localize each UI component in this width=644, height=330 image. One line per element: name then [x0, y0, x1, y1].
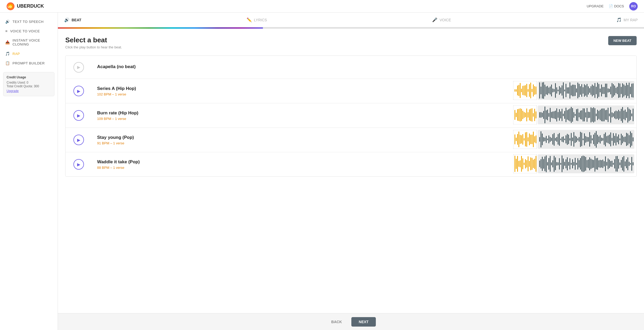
svg-rect-171 [614, 111, 615, 118]
svg-rect-250 [598, 136, 599, 142]
back-button[interactable]: BACK [326, 317, 347, 327]
svg-rect-299 [543, 159, 544, 169]
svg-rect-258 [609, 135, 610, 144]
docs-link[interactable]: 📄 DOCS [609, 4, 624, 8]
svg-rect-167 [609, 114, 610, 116]
play-button-stay-young[interactable]: ▶ [73, 135, 84, 145]
logo-icon: UD [6, 2, 15, 11]
svg-rect-161 [601, 109, 602, 121]
beat-row-series-a[interactable]: ▶ Series A (Hip Hop) 102 BPM – 1 verse [66, 79, 636, 103]
svg-rect-189 [516, 138, 517, 141]
step-lyrics[interactable]: ✏️ LYRICS [247, 17, 267, 22]
svg-rect-22 [536, 87, 536, 94]
svg-rect-73 [605, 84, 606, 97]
svg-rect-306 [552, 160, 553, 167]
svg-rect-123 [551, 112, 552, 118]
svg-rect-288 [526, 160, 527, 167]
svg-rect-356 [618, 159, 619, 169]
svg-rect-198 [528, 137, 528, 141]
svg-rect-40 [562, 85, 562, 95]
beat-row-acapella[interactable]: ▶ Acapella (no beat) [66, 56, 636, 79]
svg-rect-165 [606, 110, 607, 120]
svg-rect-350 [610, 161, 611, 167]
svg-rect-100 [518, 109, 519, 121]
svg-rect-164 [605, 110, 606, 120]
svg-rect-231 [573, 132, 574, 146]
sidebar-item-instant-voice-cloning[interactable]: 📥 INSTANT VOICE CLONING [0, 36, 58, 49]
svg-rect-230 [572, 138, 573, 141]
new-beat-button[interactable]: NEW BEAT [608, 36, 637, 45]
svg-rect-360 [623, 156, 624, 171]
svg-rect-75 [608, 88, 608, 93]
svg-rect-264 [617, 136, 618, 142]
svg-rect-114 [539, 112, 540, 118]
svg-rect-358 [621, 160, 622, 168]
svg-rect-223 [563, 136, 564, 143]
svg-rect-307 [554, 156, 555, 172]
svg-rect-156 [595, 108, 595, 122]
beat-name-series-a: Series A (Hip Hop) [97, 86, 505, 91]
step-my-rap[interactable]: 🎵 MY RAP [616, 17, 638, 22]
svg-rect-254 [604, 134, 605, 145]
play-button-burn-rate[interactable]: ▶ [73, 110, 84, 121]
content-area: Select a beat Click the play button to h… [58, 29, 644, 203]
svg-rect-46 [570, 82, 570, 98]
sidebar-item-text-to-speech[interactable]: 🔊 TEXT TO SPEECH [0, 17, 58, 26]
svg-rect-150 [587, 108, 587, 122]
svg-rect-236 [580, 132, 581, 147]
svg-rect-87 [623, 84, 624, 97]
svg-rect-117 [543, 111, 544, 119]
sidebar-upgrade-link[interactable]: Upgrade [7, 89, 51, 93]
svg-rect-52 [577, 83, 578, 98]
svg-rect-105 [525, 113, 526, 117]
upgrade-link[interactable]: UPGRADE [587, 4, 603, 8]
svg-rect-184 [631, 114, 632, 116]
sidebar-item-voice-to-voice[interactable]: ≡ VOICE TO VOICE [0, 26, 58, 36]
beat-row-waddle[interactable]: ▶ Waddle it take (Pop) 88 BPM – 1 verse [66, 152, 636, 176]
svg-rect-290 [529, 161, 530, 167]
svg-rect-181 [627, 107, 628, 123]
svg-rect-227 [568, 135, 569, 144]
play-button-waddle[interactable]: ▶ [73, 159, 84, 170]
svg-rect-16 [528, 89, 528, 92]
svg-rect-211 [547, 139, 548, 140]
svg-rect-303 [548, 158, 549, 170]
svg-rect-362 [626, 159, 627, 168]
svg-rect-322 [573, 162, 574, 166]
waveform-waddle [513, 154, 634, 173]
svg-rect-273 [629, 135, 630, 144]
svg-rect-11 [521, 89, 522, 92]
svg-rect-85 [621, 87, 622, 94]
avatar[interactable]: RO [629, 2, 638, 11]
sidebar-item-prompt-builder[interactable]: 📋 PROMPT BUILDER [0, 58, 58, 68]
svg-rect-155 [593, 107, 594, 123]
next-button[interactable]: NEXT [351, 317, 376, 327]
svg-rect-314 [563, 158, 564, 169]
svg-rect-269 [623, 137, 624, 142]
svg-rect-42 [564, 90, 565, 92]
beat-row-burn-rate[interactable]: ▶ Burn rate (Hip Hop) 109 BPM – 1 verse [66, 103, 636, 128]
play-button-series-a[interactable]: ▶ [73, 86, 84, 96]
beat-name-acapella: Acapella (no beat) [97, 64, 631, 69]
sidebar-item-rap[interactable]: 🎵 RAP [0, 49, 58, 58]
beat-row-stay-young[interactable]: ▶ Stay young (Pop) 91 BPM – 1 verse [66, 128, 636, 152]
svg-rect-347 [606, 162, 607, 166]
svg-rect-53 [579, 84, 580, 97]
svg-rect-216 [554, 133, 555, 146]
sidebar: 🔊 TEXT TO SPEECH ≡ VOICE TO VOICE 📥 INST… [0, 13, 58, 330]
svg-rect-133 [564, 111, 565, 119]
app-layout: 🔊 TEXT TO SPEECH ≡ VOICE TO VOICE 📥 INST… [0, 13, 644, 330]
svg-rect-226 [567, 134, 568, 145]
logo[interactable]: UD UBERDUCK [6, 2, 44, 11]
svg-rect-169 [612, 112, 612, 117]
beat-info-waddle: Waddle it take (Pop) 88 BPM – 1 verse [92, 155, 510, 174]
step-voice[interactable]: 🎤 VOICE [432, 17, 451, 22]
svg-rect-323 [575, 158, 576, 170]
svg-rect-34 [554, 89, 555, 92]
step-beat[interactable]: 🔊 BEAT [64, 17, 81, 22]
svg-rect-51 [576, 88, 577, 92]
svg-rect-15 [526, 84, 527, 97]
svg-rect-267 [621, 134, 622, 145]
play-button-acapella[interactable]: ▶ [73, 62, 84, 73]
svg-rect-315 [564, 162, 565, 166]
